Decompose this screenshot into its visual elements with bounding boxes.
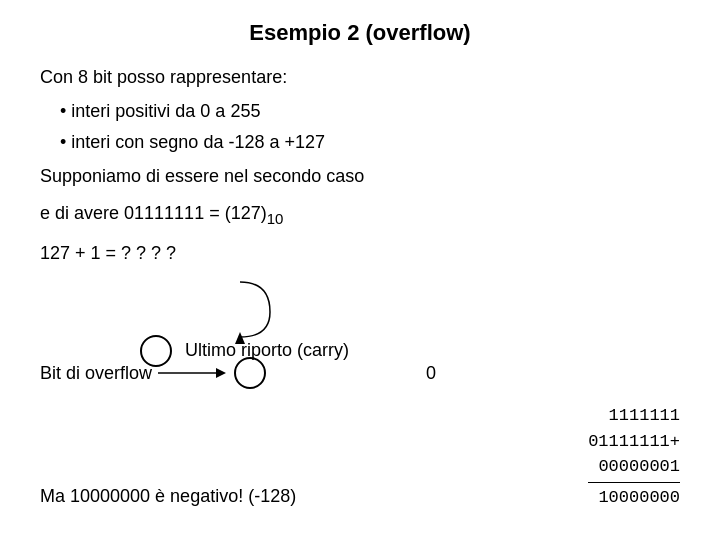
- intro-line: Con 8 bit posso rappresentare:: [40, 64, 680, 91]
- binary-divider: [588, 482, 680, 483]
- line2: e di avere 01111111 = (127)10: [40, 200, 680, 230]
- svg-marker-2: [216, 368, 226, 378]
- overflow-arrow-icon: [158, 363, 228, 383]
- page-title: Esempio 2 (overflow): [40, 20, 680, 46]
- bullet2: • interi con segno da -128 a +127: [60, 132, 680, 153]
- overflow-label: Bit di overflow: [40, 363, 152, 384]
- binary-row2: 01111111+: [588, 429, 680, 455]
- page: Esempio 2 (overflow) Con 8 bit posso rap…: [0, 0, 720, 540]
- zero-label: 0: [426, 363, 436, 384]
- line3: 127 + 1 = ? ? ? ?: [40, 240, 680, 267]
- final-line: Ma 10000000 è negativo! (-128): [40, 483, 296, 510]
- binary-block: 1111111 01111111+ 00000001 10000000: [588, 403, 680, 510]
- bullet1: • interi positivi da 0 a 255: [60, 101, 680, 122]
- binary-result: 10000000: [588, 485, 680, 511]
- line1: Supponiamo di essere nel secondo caso: [40, 163, 680, 190]
- overflow-circle: [234, 357, 266, 389]
- binary-row1: 1111111: [588, 403, 680, 429]
- binary-row3: 00000001: [588, 454, 680, 480]
